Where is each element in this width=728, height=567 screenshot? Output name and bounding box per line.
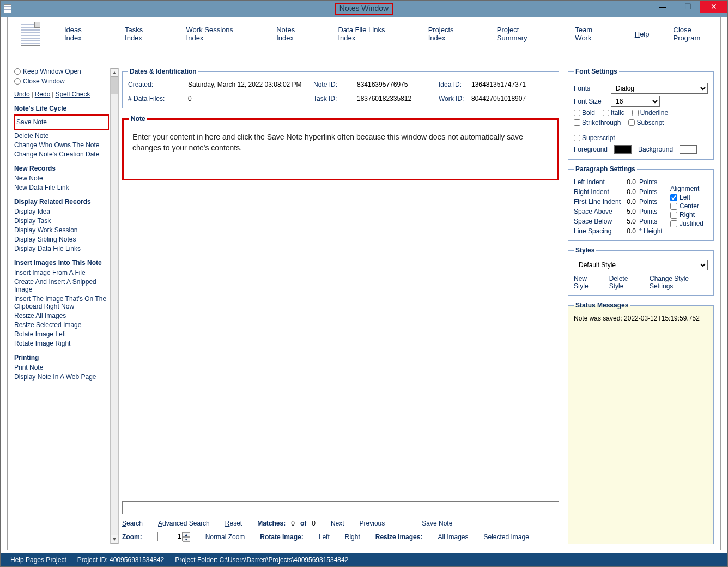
created-value: Saturday, March 12, 2022 03:08:02 PM (188, 81, 313, 88)
insert-snipped-image-link[interactable]: Create And Insert A Snipped Image (14, 278, 109, 293)
note-legend: Note (129, 115, 147, 123)
radio-close-window[interactable]: Close Window (14, 77, 109, 85)
scroll-up-icon[interactable]: ▲ (111, 68, 118, 77)
insert-image-file-link[interactable]: Insert Image From A File (14, 269, 109, 276)
maximize-button[interactable]: ☐ (675, 1, 700, 13)
display-idea-link[interactable]: Display Idea (14, 208, 109, 215)
menu-project-summary[interactable]: Project Summary (497, 26, 551, 42)
menu-tasks-index[interactable]: Tasks Index (125, 26, 162, 42)
menu-work-sessions[interactable]: Work Sessions Index (186, 26, 253, 42)
background-label: Background (638, 146, 673, 153)
app-window: Notes Window — ☐ ✕ Ideas Index Tasks Ind… (0, 0, 728, 567)
previous-link[interactable]: Previous (360, 520, 385, 527)
new-data-file-link[interactable]: New Data File Link (14, 184, 109, 191)
background-swatch[interactable] (680, 145, 697, 154)
change-style-link[interactable]: Change Style Settings (650, 275, 708, 290)
first-line-label: First Line Indent (574, 198, 623, 206)
underline-checkbox[interactable]: Underline (632, 109, 668, 117)
resize-all-images-link[interactable]: Resize All Images (14, 312, 109, 319)
left-indent-value: 0.0 (623, 178, 639, 186)
styles-select[interactable]: Default Style (574, 260, 708, 270)
font-legend: Font Settings (574, 68, 619, 75)
scroll-down-icon[interactable]: ▼ (111, 535, 118, 544)
note-group: Note Enter your content in here and clic… (122, 115, 559, 180)
menu-help[interactable]: Help (635, 30, 650, 38)
strikethrough-checkbox[interactable]: Strikethrough (574, 119, 621, 126)
new-style-link[interactable]: New Style (574, 275, 600, 290)
advanced-search-link[interactable]: Advanced Search (158, 520, 210, 527)
change-date-link[interactable]: Change Note's Creation Date (14, 150, 109, 158)
menu-team-work[interactable]: Team Work (575, 26, 610, 42)
fontsize-select[interactable]: 16 (611, 96, 660, 107)
spin-up-icon[interactable]: ▲ (183, 532, 190, 537)
foreground-swatch[interactable] (614, 145, 632, 154)
zoom-label: Zoom: (122, 533, 142, 541)
subscript-checkbox[interactable]: Subscript (628, 119, 664, 126)
menu-data-file-links[interactable]: Data File Links Index (338, 26, 404, 42)
minimize-button[interactable]: — (650, 1, 675, 13)
align-center-checkbox[interactable]: Center (670, 202, 703, 210)
delete-note-link[interactable]: Delete Note (14, 132, 109, 140)
undo-link[interactable]: Undo (14, 91, 30, 98)
insert-clipboard-image-link[interactable]: Insert The Image That's On The Clipboard… (14, 295, 107, 310)
rotate-label: Rotate Image: (260, 533, 303, 541)
radio-keep-window-open[interactable]: Keep Window Open (14, 68, 109, 75)
rotate-left-link[interactable]: Left (319, 533, 330, 541)
menu-notes-index[interactable]: Notes Index (276, 26, 314, 42)
display-sibling-notes-link[interactable]: Display Sibling Notes (14, 236, 109, 243)
note-area-blank[interactable] (122, 187, 559, 498)
resize-selected-image-link[interactable]: Resize Selected Image (14, 321, 109, 329)
space-below-label: Space Below (574, 218, 623, 225)
menu-projects-index[interactable]: Projects Index (428, 26, 473, 42)
scroll-thumb[interactable] (111, 77, 118, 94)
next-link[interactable]: Next (331, 520, 344, 527)
section-lifecycle: Note's Life Cycle (14, 105, 109, 112)
rotate-right-link[interactable]: Right (345, 533, 360, 541)
space-above-label: Space Above (574, 208, 623, 215)
reset-link[interactable]: Reset (225, 520, 242, 527)
bold-checkbox[interactable]: Bold (574, 109, 595, 117)
spellcheck-link[interactable]: Spell Check (55, 91, 90, 98)
left-indent-label: Left Indent (574, 178, 623, 186)
resize-selected-link[interactable]: Selected Image (484, 533, 529, 541)
align-left-checkbox[interactable]: Left (670, 194, 703, 201)
italic-checkbox[interactable]: Italic (603, 109, 624, 117)
status-message-text: Note was saved: 2022-03-12T15:19:59.752 (574, 315, 708, 322)
spin-down-icon[interactable]: ▼ (183, 537, 190, 542)
save-note-link-bottom[interactable]: Save Note (422, 520, 452, 527)
normal-zoom-link[interactable]: Normal Zoom (205, 533, 245, 541)
sidebar-scrollbar[interactable]: ▲ ▼ (110, 68, 119, 544)
resize-all-link[interactable]: All Images (438, 533, 468, 541)
center-panel: Dates & Identification Created: Saturday… (119, 68, 559, 544)
display-work-session-link[interactable]: Display Work Session (14, 226, 109, 234)
font-settings-group: Font Settings FontsDialog Font Size16 Bo… (568, 68, 714, 160)
sidebar: Keep Window Open Close Window UndoRedoSp… (14, 68, 109, 544)
rotate-image-right-link[interactable]: Rotate Image Right (14, 340, 109, 347)
line-spacing-label: Line Spacing (574, 227, 623, 235)
search-link[interactable]: Search (122, 520, 143, 527)
fonts-select[interactable]: Dialog (611, 83, 708, 94)
search-input[interactable] (122, 501, 559, 514)
display-data-file-links-link[interactable]: Display Data File Links (14, 245, 109, 252)
change-owner-link[interactable]: Change Who Owns The Note (14, 141, 109, 149)
close-button[interactable]: ✕ (700, 1, 727, 13)
display-web-link[interactable]: Display Note In A Web Page (14, 373, 109, 381)
paragraph-settings-group: Paragraph Settings Left Indent0.0Points … (568, 165, 714, 241)
superscript-checkbox[interactable]: Superscript (574, 134, 615, 142)
align-justified-checkbox[interactable]: Justified (670, 220, 703, 227)
noteid-value: 83416395776975 (357, 81, 439, 88)
menu-close-program[interactable]: Close Program (673, 26, 720, 42)
zoom-input[interactable] (157, 532, 183, 541)
align-right-checkbox[interactable]: Right (670, 211, 703, 219)
delete-style-link[interactable]: Delete Style (609, 275, 641, 290)
title-bar: Notes Window — ☐ ✕ (1, 1, 727, 17)
note-editor[interactable]: Enter your content in here and click the… (129, 128, 552, 153)
menu-ideas-index[interactable]: Ideas Index (64, 26, 101, 42)
new-note-link[interactable]: New Note (14, 174, 109, 182)
display-task-link[interactable]: Display Task (14, 217, 109, 225)
save-note-link[interactable]: Save Note (16, 118, 107, 126)
redo-link[interactable]: Redo (35, 91, 51, 98)
workid-label: Work ID: (439, 95, 471, 102)
rotate-image-left-link[interactable]: Rotate Image Left (14, 330, 109, 338)
print-note-link[interactable]: Print Note (14, 364, 109, 371)
